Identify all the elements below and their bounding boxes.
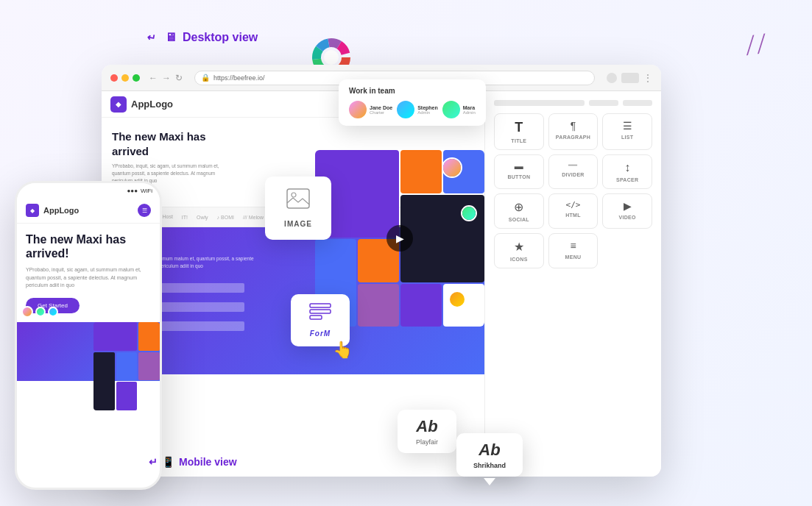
team-popup: Work in team Jane Doe Charter Stephen Ad… xyxy=(339,79,486,126)
browser-menu-btn[interactable] xyxy=(621,73,639,83)
widget-menu-item[interactable]: ≡ MENU xyxy=(548,233,599,268)
mobile-icon: 📱 xyxy=(162,456,174,468)
mobile-header: ◆ AppLogo ☰ xyxy=(17,198,160,224)
app-logo-icon: ◆ xyxy=(110,96,127,113)
icons-label: IcONS xyxy=(510,257,528,262)
mobile-view-label: ↵ 📱 Mobile view xyxy=(149,456,237,468)
spacer-label: SPACER xyxy=(616,177,638,182)
logo-bar-it: IT! xyxy=(182,215,188,220)
member-role-jane: Charter xyxy=(370,110,392,115)
mobile-logo-icon: ◆ xyxy=(26,204,39,217)
mobile-avatars xyxy=(21,306,58,318)
menu-label: MENU xyxy=(565,254,582,260)
browser-window: ← → ↻ 🔒 https://beefree.io/ ⋮ ◆ AppLog xyxy=(102,65,661,477)
mobile-avatar-3 xyxy=(48,307,58,317)
playfair-name: Playfair xyxy=(408,438,446,446)
shrikhand-name: Shrikhand xyxy=(467,462,512,469)
close-dot[interactable] xyxy=(110,74,118,82)
mcg-6 xyxy=(116,382,138,410)
back-button[interactable]: ← xyxy=(149,73,158,83)
minimize-dot[interactable] xyxy=(121,74,129,82)
svg-rect-13 xyxy=(310,316,322,319)
mobile-avatar-1 xyxy=(21,306,33,318)
paragraph-icon: ¶ xyxy=(571,120,576,132)
logo-bar-owly: Owly xyxy=(197,215,208,220)
widget-divider-item[interactable]: ━━ DIVIDER xyxy=(548,154,599,189)
team-popup-title: Work in team xyxy=(349,87,476,95)
title-icon: T xyxy=(515,120,523,135)
monitor-icon: 🖥 xyxy=(165,31,177,44)
form-card-label: ForM xyxy=(310,329,331,338)
desktop-view-label: ↵ 🖥 Desktop view xyxy=(147,31,258,44)
svg-point-10 xyxy=(292,193,296,197)
list-label: LIST xyxy=(621,135,633,140)
mobile-avatar-2 xyxy=(35,307,46,317)
font-card-shrikhand[interactable]: Ab Shrikhand xyxy=(456,433,523,477)
address-text: https://beefree.io/ xyxy=(213,74,265,82)
placeholder-bar-1 xyxy=(494,100,585,106)
more-options[interactable]: ⋮ xyxy=(643,73,652,83)
widget-title-item[interactable]: T TITLE xyxy=(494,113,544,150)
cursor-hand: 👆 xyxy=(333,341,353,360)
play-button[interactable]: ▶ xyxy=(386,225,413,252)
member-name-stephen: Stephen xyxy=(417,105,438,110)
grid-cell-8 xyxy=(400,284,442,327)
placeholder-bar-2 xyxy=(589,100,618,106)
logo-bar-melow: /// Melow xyxy=(243,215,264,220)
html-label: HTML xyxy=(565,213,581,218)
svg-rect-12 xyxy=(310,310,331,313)
member-role-mara: Admin xyxy=(463,110,476,115)
profile-circle-1 xyxy=(442,157,462,178)
decorative-dashes: ╱╱ xyxy=(744,34,769,57)
widget-html-item[interactable]: </> HTML xyxy=(548,193,599,229)
paragraph-label: PARAGRAPH xyxy=(556,135,590,140)
widget-paragraph-item[interactable]: ¶ PARAGRAPH xyxy=(548,113,599,150)
widget-video-item[interactable]: ▶ VIDEO xyxy=(602,193,652,229)
refresh-button[interactable]: ↻ xyxy=(175,73,183,83)
profile-circle-3 xyxy=(448,291,466,308)
mobile-logo-text: AppLogo xyxy=(43,206,79,215)
browser-right-controls: ⋮ xyxy=(607,73,652,83)
profile-circle-2 xyxy=(461,205,477,221)
team-member-stephen: Stephen Admin xyxy=(397,101,438,118)
logo-bar-bomi: ♪ BOMI xyxy=(217,215,234,220)
secure-icon: 🔒 xyxy=(201,74,210,82)
avatar-mara xyxy=(442,101,460,118)
form-card[interactable]: ForM 👆 xyxy=(291,294,350,346)
mobile-menu-button[interactable]: ☰ xyxy=(138,204,151,217)
svg-rect-11 xyxy=(310,304,331,307)
playfair-preview: Ab xyxy=(408,417,446,436)
grid-cell-7 xyxy=(358,284,399,327)
mobile-hero-text: YProbabo, inquit, sic agam, ut summum ma… xyxy=(26,266,151,290)
font-card-playfair[interactable]: Ab Playfair xyxy=(398,410,456,453)
placeholder-bar-3 xyxy=(623,100,652,106)
social-label: SOCIAL xyxy=(509,217,529,222)
video-icon: ▶ xyxy=(624,200,632,212)
button-icon: ▬ xyxy=(515,161,523,171)
team-member-jane: Jane Doe Charter xyxy=(349,101,392,118)
image-card-icon xyxy=(286,188,310,214)
avatar-jane xyxy=(349,101,367,118)
member-role-stephen: Admin xyxy=(417,110,438,115)
mobile-colorful-grid xyxy=(93,322,160,410)
member-info-mara: Mara Admin xyxy=(463,105,476,115)
button-label: BUTTON xyxy=(507,174,530,179)
hero-title: The new Maxi has arrived xyxy=(112,129,230,158)
member-info-jane: Jane Doe Charter xyxy=(370,105,392,115)
widget-social-item[interactable]: ⊕ SOCIAL xyxy=(494,193,544,229)
mobile-phone: ●●● WiFi ◆ AppLogo ☰ The new Maxi has ar… xyxy=(15,181,162,490)
arrow-desktop: ↵ xyxy=(146,31,158,44)
widget-spacer-item[interactable]: ↕ SPACER xyxy=(602,154,652,189)
member-name-mara: Mara xyxy=(463,105,476,110)
arrow-mobile: ↵ xyxy=(149,456,158,468)
mcg-7 xyxy=(138,382,160,410)
image-card[interactable]: IMAGE xyxy=(265,177,331,240)
widget-icons-item[interactable]: ★ IcONS xyxy=(494,233,544,268)
browser-nav: ← → ↻ xyxy=(149,73,183,83)
widget-list-item[interactable]: ☰ LIST xyxy=(602,113,652,150)
svg-rect-9 xyxy=(287,189,309,208)
forward-button[interactable]: → xyxy=(162,73,171,83)
widget-button-item[interactable]: ▬ BUTTON xyxy=(494,154,544,189)
image-card-label: IMAGE xyxy=(284,220,312,228)
maximize-dot[interactable] xyxy=(133,74,140,82)
